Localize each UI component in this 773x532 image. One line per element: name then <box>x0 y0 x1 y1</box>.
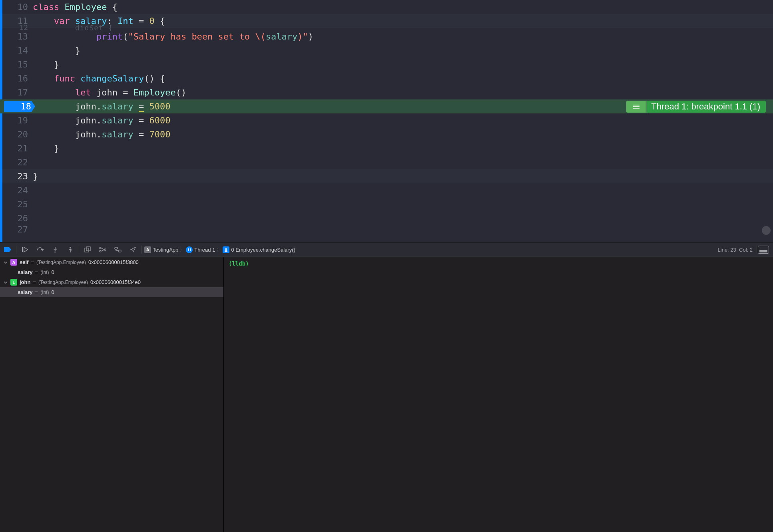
debug-memory-graph-button[interactable] <box>95 242 110 257</box>
variable-type: (TestingApp.Employee) <box>36 260 86 265</box>
annotation-handle-icon[interactable] <box>626 101 646 113</box>
environment-overrides-button[interactable] <box>110 242 126 257</box>
local-var: john <box>75 115 96 125</box>
equals-sign: = <box>35 269 38 275</box>
dot: . <box>96 129 102 139</box>
line-number-collapsed[interactable]: 12 <box>0 23 33 32</box>
debug-breadcrumb[interactable]: A TestingApp 〉 Thread 1 〉 0 Employee.cha… <box>144 246 295 253</box>
line-number[interactable]: 23 <box>0 171 33 181</box>
equals: = <box>139 101 144 112</box>
variable-row[interactable]: salary = (Int) 0 <box>0 267 223 277</box>
equals-sign: = <box>35 289 38 295</box>
variable-row[interactable]: L john = (TestingApp.Employee) 0x0000600… <box>0 277 223 287</box>
svg-point-12 <box>225 248 227 250</box>
line-number[interactable]: 13 <box>0 32 33 42</box>
line-number[interactable]: 26 <box>0 213 33 223</box>
line-number[interactable]: 25 <box>0 199 33 209</box>
line-number[interactable]: 15 <box>0 60 33 69</box>
variable-kind-badge: L <box>10 279 17 286</box>
keyword-class: class <box>33 2 59 12</box>
equals: = <box>123 87 128 97</box>
scroll-knob[interactable] <box>762 226 771 235</box>
step-out-button[interactable] <box>63 242 78 257</box>
brace: { <box>155 73 165 83</box>
type-name: Employee <box>133 87 176 97</box>
line-number[interactable]: 20 <box>0 129 33 139</box>
variable-type: (TestingApp.Employee) <box>38 280 88 285</box>
line-number[interactable]: 24 <box>0 185 33 195</box>
breakpoint-annotation[interactable]: Thread 1: breakpoint 1.1 (1) <box>626 101 766 113</box>
brace: } <box>54 143 59 153</box>
line-number[interactable]: 19 <box>0 115 33 125</box>
function-name: changeSalary <box>80 73 144 83</box>
line-number[interactable]: 14 <box>0 46 33 56</box>
paren: ( <box>123 32 128 42</box>
equals: = <box>139 115 144 125</box>
chevron-right-icon: 〉 <box>180 247 184 253</box>
class-name: Employee <box>64 2 107 12</box>
svg-point-6 <box>100 250 101 252</box>
brace: } <box>54 60 59 69</box>
debug-area: A self = (TestingApp.Employee) 0x0000600… <box>0 257 773 532</box>
debug-console[interactable]: (lldb) <box>224 257 773 532</box>
line-number[interactable]: 22 <box>0 157 33 167</box>
thread-icon <box>186 246 193 253</box>
variable-type: (Int) <box>40 270 49 275</box>
simulate-location-button[interactable] <box>126 242 141 257</box>
paren: ) <box>308 32 313 42</box>
brace: { <box>107 2 118 12</box>
equals-sign: = <box>33 279 36 285</box>
string-interp-open: \( <box>255 32 266 42</box>
string-literal: "Salary has been set to <box>128 32 255 42</box>
dot: . <box>96 101 102 111</box>
annotation-text: Thread 1: breakpoint 1.1 (1) <box>651 101 760 112</box>
svg-rect-1 <box>54 252 56 252</box>
string-literal: " <box>303 32 308 42</box>
crumb-app[interactable]: TestingApp <box>153 247 178 253</box>
line-number[interactable]: 27 <box>0 224 33 234</box>
property: salary <box>102 115 133 125</box>
keyword-func: func <box>54 73 75 83</box>
local-var: john <box>96 87 118 97</box>
keyword-let: let <box>75 87 91 97</box>
variable-value: 0 <box>52 289 54 295</box>
string-interp-close: ) <box>297 32 303 42</box>
equals: = <box>139 129 144 139</box>
toggle-breakpoints-button[interactable] <box>0 242 15 257</box>
chevron-right-icon: 〉 <box>217 247 221 253</box>
crumb-frame[interactable]: 0 Employee.changeSalary() <box>231 247 295 253</box>
interp-var: salary <box>266 32 297 42</box>
line-number[interactable]: 21 <box>0 143 33 153</box>
svg-rect-3 <box>85 248 89 252</box>
frame-icon <box>223 246 229 253</box>
debug-toolbar: A TestingApp 〉 Thread 1 〉 0 Employee.cha… <box>0 242 773 257</box>
crumb-thread[interactable]: Thread 1 <box>194 247 215 253</box>
code-editor[interactable]: 10 class Employee { 11 var salary: Int =… <box>0 0 773 242</box>
svg-rect-4 <box>86 247 90 251</box>
toggle-debug-area-button[interactable] <box>758 246 769 254</box>
continue-button[interactable] <box>17 242 32 257</box>
execution-indicator-bar <box>0 0 2 242</box>
svg-rect-9 <box>118 250 121 252</box>
dot: . <box>96 115 102 125</box>
debug-view-hierarchy-button[interactable] <box>80 242 95 257</box>
variable-row[interactable]: salary = (Int) 0 <box>0 287 223 297</box>
svg-rect-11 <box>190 248 191 251</box>
line-number[interactable]: 17 <box>0 87 33 97</box>
step-into-button[interactable] <box>48 242 63 257</box>
brace: } <box>75 46 80 56</box>
breakpoint-marker[interactable]: 18 <box>4 101 35 112</box>
number-literal: 6000 <box>149 115 170 125</box>
local-var: john <box>75 101 96 111</box>
line-number[interactable]: 10 <box>0 2 33 12</box>
line-number[interactable]: 16 <box>0 73 33 83</box>
variable-value: 0x00006000015f34e0 <box>90 279 141 285</box>
disclosure-triangle-icon[interactable] <box>3 260 8 265</box>
variables-view[interactable]: A self = (TestingApp.Employee) 0x0000600… <box>0 257 224 532</box>
variable-row[interactable]: A self = (TestingApp.Employee) 0x0000600… <box>0 257 223 267</box>
disclosure-triangle-icon[interactable] <box>3 280 8 285</box>
variable-name: self <box>20 259 28 265</box>
variable-name: john <box>20 279 30 285</box>
step-over-button[interactable] <box>32 242 48 257</box>
svg-rect-2 <box>70 247 71 248</box>
